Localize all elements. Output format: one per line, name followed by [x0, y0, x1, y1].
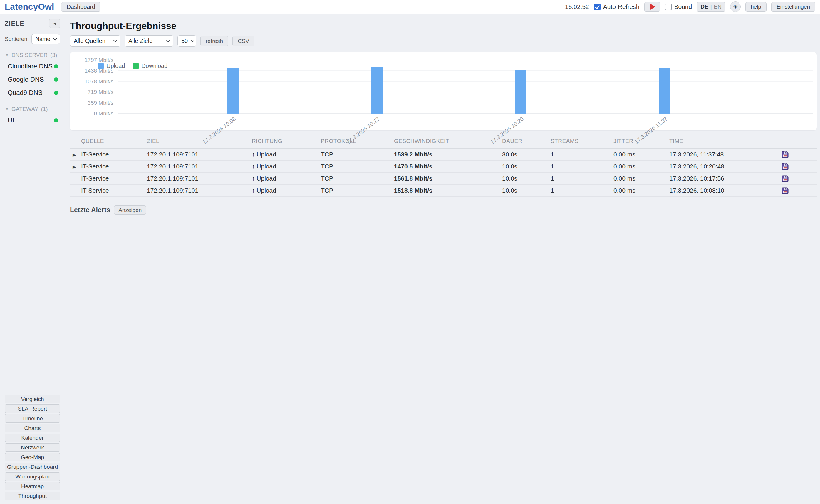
column-header-dauer: DAUER: [502, 138, 550, 149]
sort-label: Sortieren:: [5, 36, 29, 42]
limit-select[interactable]: 50: [177, 35, 196, 47]
floppy-disk-icon: [782, 151, 789, 158]
source-filter-select[interactable]: Alle Quellen: [70, 35, 120, 47]
gridline: [117, 60, 813, 60]
cell-dauer: 30.0s: [502, 149, 550, 161]
chart-bar[interactable]: [371, 67, 383, 114]
expand-row-button[interactable]: ▶: [70, 164, 76, 169]
expand-row-button[interactable]: ▶: [70, 152, 76, 157]
sidebar-collapse-button[interactable]: ◂: [49, 19, 60, 28]
filter-bar: Alle Quellen Alle Ziele 50 refresh CSV: [70, 35, 817, 47]
cell-geschwindigkeit: 1561.8 Mbit/s: [394, 173, 502, 185]
sidebar-nav-heatmap[interactable]: Heatmap: [5, 482, 60, 490]
sidebar-group-header-gateway[interactable]: ▼GATEWAY(1): [5, 106, 60, 112]
cell-streams: 1: [550, 173, 613, 185]
chart-bar[interactable]: [515, 70, 526, 114]
save-result-button[interactable]: [782, 151, 789, 158]
y-axis-label: 0 Mbit/s: [94, 110, 113, 117]
sidebar-group-header-dns-server[interactable]: ▼DNS SERVER(3): [5, 52, 60, 58]
sidebar-nav-charts[interactable]: Charts: [5, 424, 60, 432]
chart-legend: UploadDownload: [98, 63, 167, 69]
help-button[interactable]: help: [745, 2, 767, 12]
legend-swatch: [133, 63, 139, 69]
triangle-down-icon: ▼: [5, 107, 9, 111]
sound-checkbox[interactable]: [665, 4, 672, 10]
sidebar-nav-wartungsplan[interactable]: Wartungsplan: [5, 472, 60, 481]
auto-refresh-checkbox[interactable]: [594, 4, 600, 10]
column-header-geschwindigkeit: GESCHWINDIGKEIT: [394, 138, 502, 149]
sidebar: ZIELE ◂ Sortieren: Name ▼DNS SERVER(3)Cl…: [0, 14, 65, 504]
cell-geschwindigkeit: 1518.8 Mbit/s: [394, 185, 502, 197]
legend-label: Upload: [106, 63, 125, 69]
sidebar-nav-sla-report[interactable]: SLA-Report: [5, 404, 60, 413]
sidebar-item-quad9-dns[interactable]: Quad9 DNS: [5, 87, 60, 98]
chart-bar[interactable]: [659, 68, 671, 114]
column-header-richtung: RICHTUNG: [252, 138, 321, 149]
cell-streams: 1: [550, 161, 613, 173]
cell-actions: [782, 149, 817, 161]
lang-divider: |: [711, 4, 712, 10]
language-toggle-button[interactable]: DE | EN: [697, 2, 725, 12]
throughput-chart: 0 Mbit/s359 Mbit/s719 Mbit/s1078 Mbit/s1…: [70, 52, 817, 130]
chevron-down-icon: [113, 38, 117, 42]
cell-quelle: IT-Service: [81, 185, 147, 197]
save-result-button[interactable]: [782, 187, 789, 194]
floppy-disk-icon: [782, 187, 789, 194]
save-result-button[interactable]: [782, 163, 789, 170]
sidebar-item-cloudflare-dns[interactable]: Cloudflare DNS: [5, 61, 60, 72]
cell-jitter: 0.00 ms: [613, 161, 669, 173]
cell-time: 17.3.2026, 10:20:48: [669, 161, 782, 173]
target-name: Quad9 DNS: [8, 89, 43, 97]
target-filter-select[interactable]: Alle Ziele: [124, 35, 173, 47]
table-row: ▶IT-Service172.20.1.109:7101↑ UploadTCP1…: [70, 161, 817, 173]
sidebar-nav-gruppen-dashboard[interactable]: Gruppen-Dashboard: [5, 463, 60, 471]
chevron-left-icon: ◂: [53, 21, 56, 26]
sidebar-nav-throughput[interactable]: Throughput: [5, 492, 60, 500]
sidebar-nav-kalender[interactable]: Kalender: [5, 434, 60, 442]
y-axis-label: 359 Mbit/s: [87, 100, 113, 106]
alerts-section: Letzte Alerts Anzeigen: [70, 205, 817, 215]
target-name: Google DNS: [8, 76, 44, 83]
refresh-button[interactable]: refresh: [200, 36, 228, 46]
floppy-disk-icon: [782, 163, 789, 170]
cell-protokoll: TCP: [321, 173, 394, 185]
play-button[interactable]: [644, 2, 660, 12]
y-axis-label: 1078 Mbit/s: [85, 78, 113, 85]
alerts-show-button[interactable]: Anzeigen: [114, 205, 146, 215]
cell-richtung: ↑ Upload: [252, 149, 321, 161]
save-result-button[interactable]: [782, 175, 789, 182]
nav-dashboard-button[interactable]: Dashboard: [61, 2, 100, 12]
sidebar-nav: VergleichSLA-ReportTimelineChartsKalende…: [5, 395, 60, 500]
status-dot: [54, 118, 58, 122]
sun-icon: ☀: [733, 4, 738, 10]
cell-quelle: IT-Service: [81, 149, 147, 161]
cell-dauer: 10.0s: [502, 173, 550, 185]
theme-toggle-button[interactable]: ☀: [730, 1, 741, 12]
sidebar-item-ui[interactable]: UI: [5, 115, 60, 126]
y-axis-label: 719 Mbit/s: [87, 89, 113, 95]
cell-geschwindigkeit: 1470.5 Mbit/s: [394, 161, 502, 173]
csv-export-button[interactable]: CSV: [233, 36, 255, 46]
alerts-title: Letzte Alerts: [70, 206, 110, 214]
status-dot: [54, 64, 58, 68]
sidebar-nav-geo-map[interactable]: Geo-Map: [5, 453, 60, 461]
results-table: QUELLEZIELRICHTUNGPROTOKOLLGESCHWINDIGKE…: [70, 138, 817, 197]
gridline: [117, 92, 813, 92]
sort-select[interactable]: Name: [31, 34, 60, 44]
cell-dauer: 10.0s: [502, 185, 550, 197]
sidebar-nav-vergleich[interactable]: Vergleich: [5, 395, 60, 403]
group-label: DNS SERVER: [11, 52, 48, 58]
play-icon: [651, 4, 655, 10]
sidebar-item-google-dns[interactable]: Google DNS: [5, 74, 60, 85]
settings-button[interactable]: Einstellungen: [771, 2, 815, 12]
sidebar-nav-netzwerk[interactable]: Netzwerk: [5, 443, 60, 452]
column-header-streams: STREAMS: [550, 138, 613, 149]
sound-toggle[interactable]: Sound: [665, 3, 692, 10]
cell-dauer: 10.0s: [502, 161, 550, 173]
chevron-down-icon: [191, 38, 194, 42]
sidebar-nav-timeline[interactable]: Timeline: [5, 414, 60, 423]
table-row: IT-Service172.20.1.109:7101↑ UploadTCP15…: [70, 185, 817, 197]
auto-refresh-toggle[interactable]: Auto-Refresh: [594, 3, 640, 10]
chart-bar[interactable]: [228, 68, 239, 114]
lang-de-label: DE: [701, 4, 708, 10]
